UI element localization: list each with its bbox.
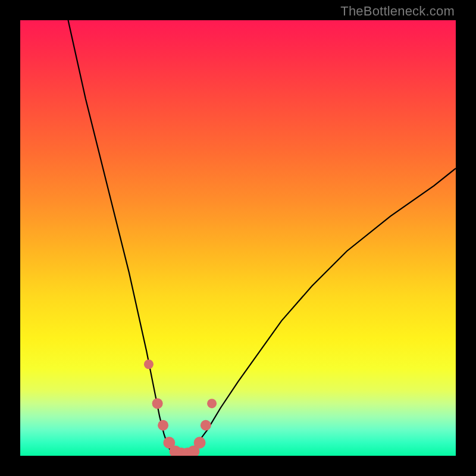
watermark-text: TheBottleneck.com — [340, 4, 455, 19]
marker-dot — [207, 399, 217, 408]
chart-frame: TheBottleneck.com — [0, 0, 476, 476]
bottleneck-curve — [20, 20, 456, 456]
marker-dot — [158, 420, 168, 431]
marker-dot — [194, 437, 206, 449]
marker-dot — [152, 398, 163, 409]
marker-dot — [176, 447, 187, 456]
marker-layer — [20, 20, 456, 456]
curve-path — [68, 20, 456, 456]
marker-dot — [181, 447, 193, 456]
marker-dot — [187, 446, 199, 456]
plot-area — [20, 20, 456, 456]
marker-dot — [163, 437, 175, 449]
marker-dot — [170, 446, 181, 456]
marker-dot — [144, 359, 154, 369]
marker-dot — [201, 420, 211, 431]
marker-group — [144, 359, 217, 456]
